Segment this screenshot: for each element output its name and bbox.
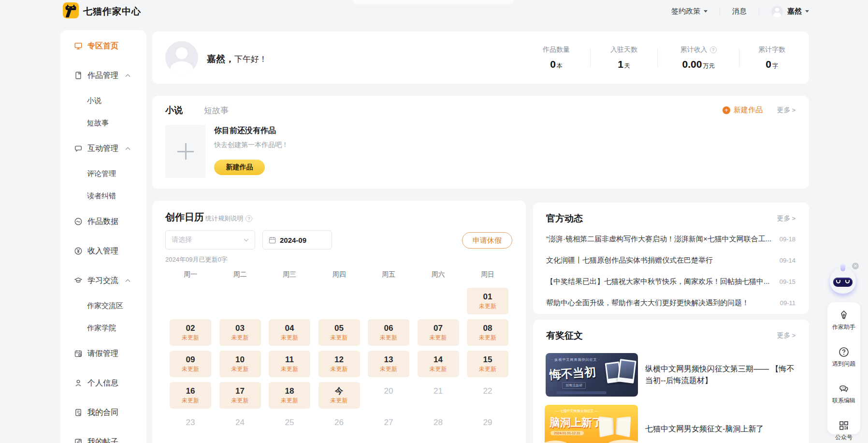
assistant-robot[interactable] (829, 264, 856, 294)
apply-leave-button[interactable]: 申请休假 (462, 232, 512, 249)
month-picker[interactable]: 2024-09 (262, 230, 332, 250)
divider (720, 8, 720, 15)
add-work-placeholder[interactable] (165, 125, 205, 178)
user-name: 嘉然， (207, 53, 234, 65)
sidebar-item-11[interactable]: 作家学院 (60, 322, 146, 334)
sidebar-item-7[interactable]: 作品数据 (60, 215, 146, 228)
info-icon[interactable]: ? (710, 46, 717, 53)
contract-icon (74, 408, 83, 417)
empty-subtitle: 快去创建第一本作品吧！ (214, 141, 289, 149)
toolbar-3[interactable]: 公众号 (827, 420, 860, 442)
sidebar-item-label: 小说 (87, 96, 101, 105)
news-text: “澎湃·镜相第二届非虚构写作大赛启动！澎湃新闻×七猫中文网联合工... (546, 235, 773, 244)
chevron-up-icon (125, 147, 130, 150)
calendar-day-2: 02未更新 (170, 319, 211, 346)
stat-label: 入驻天数 (591, 45, 657, 54)
calendar-title: 创作日历 (165, 211, 204, 224)
toolbar-0[interactable]: 作家助手 (827, 310, 860, 331)
toolbar-label: 公众号 (835, 433, 853, 442)
contest-item-text[interactable]: 七猫中文网男女频征文-脑洞上新了 (645, 423, 798, 435)
sidebar-item-5[interactable]: 评论管理 (60, 167, 146, 180)
sidebar-item-8[interactable]: 收入管理 (60, 245, 146, 257)
news-item-3[interactable]: 帮助中心全面升级，帮助作者大大们更好更快解决遇到的问题！09-11 (546, 292, 796, 313)
calendar-day-8: 08未更新 (467, 319, 508, 346)
contest-banner-2[interactable]: — 七猫中文网男女频征文 — 脑洞上新了 2024.01.01-12.31 (545, 405, 638, 443)
sidebar-item-14[interactable]: 我的合同 (60, 406, 146, 419)
weekday-label: 周日 (467, 270, 508, 279)
new-work-link[interactable]: +新建作品 (723, 105, 763, 115)
sidebar-item-13[interactable]: 个人信息 (60, 377, 146, 389)
news-item-0[interactable]: “澎湃·镜相第二届非虚构写作大赛启动！澎湃新闻×七猫中文网联合工...09-18 (546, 228, 796, 250)
tab-short-story[interactable]: 短故事 (204, 105, 229, 116)
toolbar-2[interactable]: 联系编辑 (827, 383, 860, 405)
sidebar-item-label: 专区首页 (87, 41, 118, 51)
calendar-day-22: 22 (467, 382, 508, 409)
toolbar-label: 联系编辑 (832, 397, 855, 405)
calendar-day-25: 25 (269, 413, 310, 440)
sidebar-item-6[interactable]: 读者纠错 (60, 190, 146, 202)
calendar-day-10: 10未更新 (219, 351, 261, 377)
sidebar-item-0[interactable]: 专区首页 (60, 40, 146, 52)
tab-novel[interactable]: 小说 (165, 104, 183, 116)
sidebar-item-1[interactable]: 作品管理 (60, 69, 146, 82)
calendar-day-15: 15未更新 (467, 351, 508, 377)
sidebar-item-label: 短故事 (87, 118, 109, 128)
news-date: 09-14 (780, 257, 796, 264)
calendar-day-21: 21 (418, 382, 459, 409)
news-text: 【中奖结果已出】七猫祝大家中秋节快乐，阖家欢乐！回帖抽七猫中... (546, 277, 773, 286)
calendar-day-5: 05未更新 (318, 319, 360, 346)
sidebar-item-10[interactable]: 作家交流区 (60, 299, 146, 312)
qrcode-icon (838, 420, 850, 431)
official-news-card: 官方动态 更多> “澎湃·镜相第二届非虚构写作大赛启动！澎湃新闻×七猫中文网联合… (533, 203, 809, 314)
empty-cell (418, 288, 459, 314)
chevron-down-icon (704, 10, 708, 13)
chevron-up-icon (125, 74, 130, 77)
user-icon (74, 379, 83, 387)
sidebar-item-12[interactable]: 请假管理 (60, 347, 146, 360)
stat-value: 1天 (591, 59, 657, 70)
calendar-day-26: 26 (318, 413, 360, 440)
sidebar-item-label: 作家学院 (87, 324, 116, 333)
work-select[interactable]: 请选择 (165, 230, 255, 250)
welcome-card: 嘉然， 下午好！ 作品数量0本入驻天数1天累计收入 ?0.00万元累计字数0字 (152, 31, 809, 84)
stat-0: 作品数量0本 (522, 45, 590, 70)
calendar-day-28: 28 (418, 413, 459, 440)
contest-more-link[interactable]: 更多> (777, 331, 796, 340)
sidebar-item-2[interactable]: 小说 (60, 94, 146, 107)
works-card: 小说 短故事 +新建作品 更多> 你目前还没有作品 快去创建第一本作品吧！ 新建… (152, 96, 809, 189)
calendar-icon (269, 236, 276, 244)
chart-icon (74, 217, 83, 226)
chevron-down-icon (244, 238, 249, 242)
sidebar-item-4[interactable]: 互动管理 (60, 142, 146, 155)
plus-icon (177, 143, 194, 160)
user-menu[interactable]: 嘉然 (771, 6, 809, 17)
create-work-button[interactable]: 新建作品 (214, 160, 265, 175)
sidebar-item-label: 评论管理 (87, 169, 116, 178)
sidebar-item-label: 请假管理 (87, 349, 118, 359)
float-toolbar: 作家助手遇到问题联系编辑公众号 (827, 302, 860, 434)
sidebar-item-label: 互动管理 (87, 144, 118, 154)
divider (759, 8, 759, 15)
calendar-day-13: 13未更新 (368, 351, 409, 377)
nav-policy[interactable]: 签约政策 (671, 7, 708, 16)
weekday-label: 周三 (269, 270, 310, 279)
sidebar-item-9[interactable]: 学习交流 (60, 274, 146, 287)
news-item-2[interactable]: 【中奖结果已出】七猫祝大家中秋节快乐，阖家欢乐！回帖抽七猫中...09-15 (546, 271, 796, 292)
question-icon[interactable]: ? (246, 215, 252, 222)
toolbar-1[interactable]: 遇到问题 (827, 346, 860, 368)
stat-label: 累计字数 (739, 45, 804, 54)
news-item-1[interactable]: 文化润疆丨七猫原创作品实体书捐赠仪式在巴楚举行09-14 (546, 250, 796, 271)
calendar-icon (74, 349, 83, 358)
sidebar-item-label: 作品管理 (87, 71, 118, 81)
news-text: 帮助中心全面升级，帮助作者大大们更好更快解决遇到的问题！ (546, 298, 773, 308)
contest-banner-1[interactable]: · 纵横中文网男频快闪征文 · 悔不当初 后悔流题材 (546, 353, 638, 397)
sidebar-item-15[interactable]: 我的帖子 (60, 436, 146, 443)
weekday-label: 周一 (170, 270, 211, 279)
works-more-link[interactable]: 更多> (777, 106, 796, 115)
nav-messages[interactable]: 消息 (732, 7, 747, 16)
contest-item-text[interactable]: 纵横中文网男频快闪征文第三期—— 【悔不当初--后悔流题材】 (645, 363, 798, 386)
sidebar-item-3[interactable]: 短故事 (60, 117, 146, 129)
stat-value: 0字 (739, 59, 804, 70)
news-more-link[interactable]: 更多> (777, 214, 796, 223)
calendar-day-20: 20 (368, 382, 409, 409)
